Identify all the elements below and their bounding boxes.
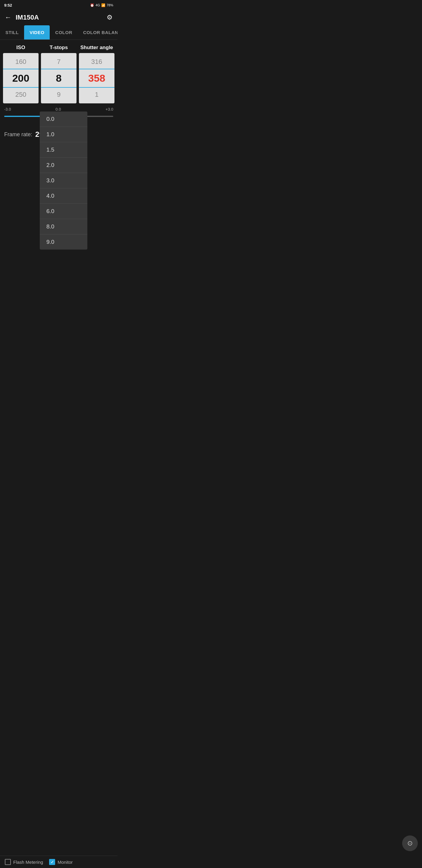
alarm-icon: ⏰ xyxy=(90,3,94,7)
back-button[interactable]: ← xyxy=(5,13,11,22)
tstops-bottom: 9 xyxy=(41,88,76,101)
dropdown-menu: 0.0 1.0 1.5 2.0 3.0 4.0 6.0 8.0 9.0 xyxy=(40,112,87,241)
iso-box[interactable]: 160 200 250 xyxy=(3,53,38,103)
ev-min-label: -3.0 xyxy=(4,107,11,112)
dropdown-item-90[interactable]: 9.0 xyxy=(40,235,87,241)
iso-label: ISO xyxy=(16,44,25,51)
status-icons: ⏰ 4G 📶 78% xyxy=(90,3,113,7)
shutter-box[interactable]: 316 358 1 xyxy=(79,53,115,103)
shutter-bottom: 1 xyxy=(79,88,115,101)
top-bar: ← IM150A ⚙ xyxy=(0,10,118,25)
iso-bottom: 250 xyxy=(3,88,38,101)
shutter-picker[interactable]: Shutter angle 316 358 1 xyxy=(79,44,115,103)
tab-color-balance[interactable]: COLOR BALANCE xyxy=(78,25,118,39)
iso-mid: 200 xyxy=(3,69,38,88)
ev-center-label: 0.0 xyxy=(56,107,61,112)
dropdown-item-40[interactable]: 4.0 xyxy=(40,188,87,204)
shutter-top: 316 xyxy=(79,55,115,69)
dropdown-item-10[interactable]: 1.0 xyxy=(40,127,87,142)
picker-row: ISO 160 200 250 T-stops 7 8 9 Shutter an… xyxy=(3,44,115,103)
dropdown-item-60[interactable]: 6.0 xyxy=(40,204,87,219)
tstops-box[interactable]: 7 8 9 xyxy=(41,53,76,103)
wifi-icon: 📶 xyxy=(101,3,105,7)
status-time: 9:52 xyxy=(4,3,12,7)
signal-icon: 4G xyxy=(96,3,100,7)
app-title: IM150A xyxy=(16,13,107,22)
frame-rate-label: Frame rate: xyxy=(4,131,32,138)
tstops-mid: 8 xyxy=(41,69,76,88)
iso-top: 160 xyxy=(3,55,38,69)
dropdown-item-20[interactable]: 2.0 xyxy=(40,158,87,173)
dropdown-item-80[interactable]: 8.0 xyxy=(40,219,87,235)
tab-video[interactable]: VIDEO xyxy=(24,25,50,39)
battery-icon: 78% xyxy=(107,3,113,7)
tabs-bar: STILL VIDEO COLOR COLOR BALANCE COLO xyxy=(0,25,118,40)
shutter-label: Shutter angle xyxy=(80,44,113,51)
dropdown-item-30[interactable]: 3.0 xyxy=(40,173,87,188)
tstops-picker[interactable]: T-stops 7 8 9 xyxy=(41,44,76,103)
tstops-label: T-stops xyxy=(50,44,68,51)
tab-still[interactable]: STILL xyxy=(0,25,24,39)
iso-picker[interactable]: ISO 160 200 250 xyxy=(3,44,38,103)
dropdown-item-15[interactable]: 1.5 xyxy=(40,142,87,158)
settings-button[interactable]: ⚙ xyxy=(107,13,112,22)
status-bar: 9:52 ⏰ 4G 📶 78% xyxy=(0,0,118,10)
shutter-mid: 358 xyxy=(79,69,115,88)
tstops-top: 7 xyxy=(41,55,76,69)
tab-color[interactable]: COLOR xyxy=(50,25,78,39)
ev-labels: -3.0 0.0 +3.0 xyxy=(4,107,113,112)
ev-max-label: +3.0 xyxy=(105,107,113,112)
dropdown-item-00[interactable]: 0.0 xyxy=(40,112,87,127)
